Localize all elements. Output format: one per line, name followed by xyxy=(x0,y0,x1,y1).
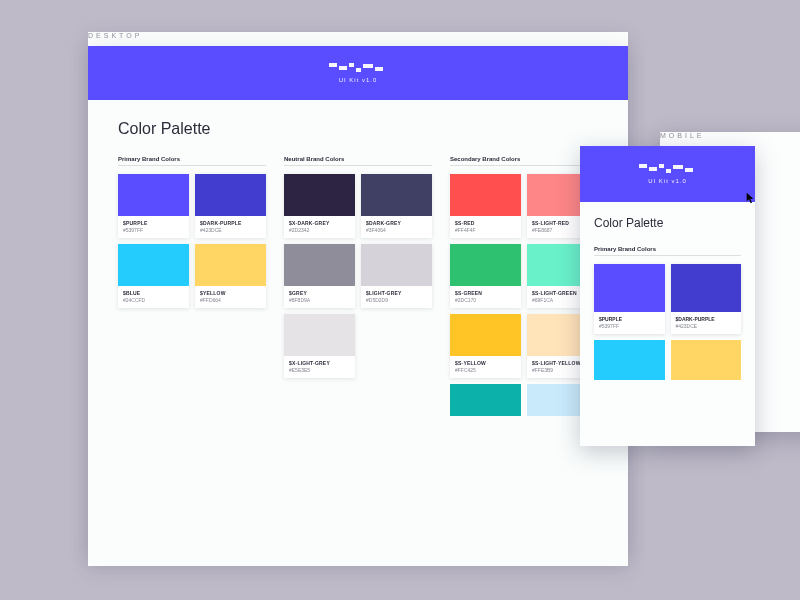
swatch[interactable]: $DARK-PURPLE#423DCE xyxy=(671,264,742,334)
desktop-frame: UI Kit v1.0 Color Palette Primary Brand … xyxy=(88,46,628,566)
swatch-hex: #423DCE xyxy=(200,227,261,233)
swatch-hex: #5397FF xyxy=(599,323,660,329)
swatch-chip[interactable] xyxy=(671,340,742,380)
desktop-body: Color Palette Primary Brand Colors $PURP… xyxy=(88,100,628,436)
group-heading-neutral: Neutral Brand Colors xyxy=(284,156,432,166)
swatch-chip xyxy=(284,244,355,286)
swatch-name: $GREY xyxy=(289,290,350,296)
swatch[interactable]: $BLUE#24CCFD xyxy=(118,244,189,308)
swatch-chip xyxy=(118,244,189,286)
swatch-chip xyxy=(361,174,432,216)
swatch-hex: #8F8D9A xyxy=(289,297,350,303)
kit-version: UI Kit v1.0 xyxy=(339,77,378,83)
swatch-name: $BLUE xyxy=(123,290,184,296)
swatch-chip xyxy=(284,174,355,216)
swatch-name: $S-YELLOW xyxy=(455,360,516,366)
swatch-hex: #423DCE xyxy=(676,323,737,329)
swatch-name: $LIGHT-GREY xyxy=(366,290,427,296)
swatch[interactable]: $DARK-PURPLE#423DCE xyxy=(195,174,266,238)
swatch[interactable]: $PURPLE#5397FF xyxy=(118,174,189,238)
swatch[interactable]: $PURPLE#5397FF xyxy=(594,264,665,334)
page-title: Color Palette xyxy=(118,120,598,138)
swatch-chip xyxy=(450,314,521,356)
swatch-name: $X-LIGHT-GREY xyxy=(289,360,350,366)
swatch[interactable]: $S-YELLOW#FFC425 xyxy=(450,314,521,378)
swatch-chip xyxy=(195,174,266,216)
kit-version: UI Kit v1.0 xyxy=(648,178,687,184)
swatch[interactable]: $X-DARK-GREY#2D2342 xyxy=(284,174,355,238)
swatch-chip xyxy=(450,174,521,216)
swatch-hex: #24CCFD xyxy=(123,297,184,303)
swatch-name: $YELLOW xyxy=(200,290,261,296)
swatch-name: $X-DARK-GREY xyxy=(289,220,350,226)
swatch-hex: #2DC170 xyxy=(455,297,516,303)
swatch-name: $DARK-PURPLE xyxy=(676,316,737,322)
swatch-hex: #E5E3E5 xyxy=(289,367,350,373)
desktop-header: UI Kit v1.0 xyxy=(88,46,628,100)
swatch-hex: #FFC425 xyxy=(455,367,516,373)
swatch-chip xyxy=(450,244,521,286)
group-heading-secondary: Secondary Brand Colors xyxy=(450,156,598,166)
swatch-hex: #FFD664 xyxy=(200,297,261,303)
swatch[interactable]: $DARK-GREY#3F4064 xyxy=(361,174,432,238)
swatch[interactable]: $GREY#8F8D9A xyxy=(284,244,355,308)
swatch-chip xyxy=(195,244,266,286)
swatch-name: $PURPLE xyxy=(599,316,660,322)
swatch-chip[interactable] xyxy=(594,340,665,380)
swatch-hex: #FF4F4F xyxy=(455,227,516,233)
swatch-name: $DARK-GREY xyxy=(366,220,427,226)
group-neutral: Neutral Brand Colors $X-DARK-GREY#2D2342… xyxy=(284,156,432,378)
group-heading-primary: Primary Brand Colors xyxy=(118,156,266,166)
swatch[interactable]: $YELLOW#FFD664 xyxy=(195,244,266,308)
swatch[interactable]: $S-RED#FF4F4F xyxy=(450,174,521,238)
brand-logo xyxy=(329,63,387,73)
mobile-body: Color Palette Primary Brand Colors $PURP… xyxy=(580,202,755,394)
swatch-hex: #2D2342 xyxy=(289,227,350,233)
group-secondary: Secondary Brand Colors $S-RED#FF4F4F$S-L… xyxy=(450,156,598,416)
mobile-page-title: Color Palette xyxy=(594,216,741,230)
swatch-chip xyxy=(284,314,355,356)
swatch-name: $S-RED xyxy=(455,220,516,226)
swatch-chip xyxy=(118,174,189,216)
swatch-hex: #5397FF xyxy=(123,227,184,233)
mobile-group-heading: Primary Brand Colors xyxy=(594,246,741,256)
swatch-name: $DARK-PURPLE xyxy=(200,220,261,226)
brand-logo xyxy=(639,164,697,174)
swatch-hex: #D5D2D9 xyxy=(366,297,427,303)
swatch-chip xyxy=(671,264,742,312)
swatch-chip xyxy=(594,264,665,312)
swatch[interactable]: $LIGHT-GREY#D5D2D9 xyxy=(361,244,432,308)
swatch-hex: #3F4064 xyxy=(366,227,427,233)
cursor-icon xyxy=(746,192,754,204)
swatch-name: $PURPLE xyxy=(123,220,184,226)
swatch-name: $S-GREEN xyxy=(455,290,516,296)
mobile-header: UI Kit v1.0 xyxy=(580,146,755,202)
swatch-chip[interactable] xyxy=(450,384,521,416)
group-primary: Primary Brand Colors $PURPLE#5397FF$DARK… xyxy=(118,156,266,308)
swatch-chip xyxy=(361,244,432,286)
swatch[interactable]: $S-GREEN#2DC170 xyxy=(450,244,521,308)
mobile-frame: UI Kit v1.0 Color Palette Primary Brand … xyxy=(580,146,755,446)
swatch-x-light-grey[interactable]: $X-LIGHT-GREY #E5E3E5 xyxy=(284,314,355,378)
